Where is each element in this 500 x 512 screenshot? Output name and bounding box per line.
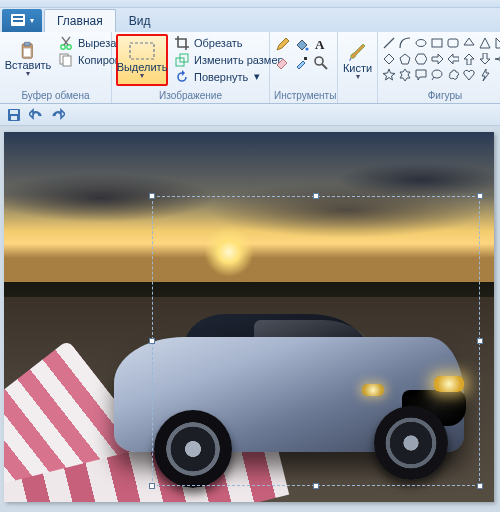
- canvas-area: [0, 126, 500, 512]
- shapes-gallery[interactable]: [382, 34, 500, 82]
- save-icon[interactable]: [6, 107, 22, 123]
- svg-point-13: [305, 47, 308, 50]
- svg-rect-5: [24, 48, 31, 57]
- brush-icon: [347, 40, 369, 62]
- shape-star4-icon[interactable]: [494, 52, 500, 66]
- chevron-down-icon: ▾: [254, 70, 260, 83]
- shape-polygon-icon[interactable]: [462, 36, 476, 50]
- shape-star5-icon[interactable]: [382, 68, 396, 82]
- crop-icon: [174, 35, 190, 51]
- svg-rect-18: [432, 39, 442, 47]
- shape-callout-cloud-icon[interactable]: [446, 68, 460, 82]
- svg-marker-30: [482, 69, 489, 81]
- svg-point-17: [416, 40, 426, 47]
- selection-handle[interactable]: [313, 483, 319, 489]
- select-button[interactable]: Выделить ▾: [116, 34, 168, 86]
- shape-star6-icon[interactable]: [398, 68, 412, 82]
- tab-view[interactable]: Вид: [116, 9, 164, 32]
- shape-pentagon-icon[interactable]: [398, 52, 412, 66]
- svg-rect-4: [24, 42, 30, 46]
- selection-handle[interactable]: [149, 193, 155, 199]
- shape-rect-icon[interactable]: [430, 36, 444, 50]
- svg-point-16: [315, 57, 323, 65]
- svg-rect-32: [10, 110, 18, 114]
- group-label-image: Изображение: [116, 89, 265, 103]
- canvas[interactable]: [4, 132, 494, 502]
- fill-icon[interactable]: [293, 36, 309, 52]
- shape-heart-icon[interactable]: [462, 68, 476, 82]
- shape-curve-icon[interactable]: [398, 36, 412, 50]
- svg-point-6: [61, 44, 65, 48]
- shape-callout-rect-icon[interactable]: [414, 68, 428, 82]
- chevron-down-icon: ▾: [140, 71, 144, 80]
- chevron-down-icon: ▾: [30, 16, 34, 25]
- svg-point-29: [432, 70, 442, 78]
- svg-marker-25: [415, 54, 427, 64]
- tab-home[interactable]: Главная: [44, 9, 116, 32]
- rotate-button[interactable]: Повернуть ▾: [172, 68, 286, 85]
- shape-arrowD-icon[interactable]: [478, 52, 492, 66]
- selection-handle[interactable]: [477, 193, 483, 199]
- svg-marker-21: [480, 38, 490, 48]
- magnifier-icon[interactable]: [312, 54, 328, 70]
- brushes-button[interactable]: Кисти ▾: [342, 34, 373, 86]
- crop-label: Обрезать: [194, 37, 243, 49]
- undo-icon[interactable]: [28, 107, 44, 123]
- shape-arrowR-icon[interactable]: [430, 52, 444, 66]
- paste-icon: [20, 43, 36, 59]
- resize-icon: [174, 52, 190, 68]
- svg-marker-26: [495, 53, 500, 65]
- eraser-icon[interactable]: [274, 54, 290, 70]
- resize-button[interactable]: Изменить размер: [172, 51, 286, 68]
- group-label-shapes: Фигуры: [382, 89, 500, 103]
- svg-marker-20: [464, 38, 474, 45]
- svg-text:A: A: [315, 37, 325, 52]
- group-image: Выделить ▾ Обрезать Изменить размер: [112, 32, 270, 103]
- shape-diamond-icon[interactable]: [382, 52, 396, 66]
- svg-rect-15: [304, 57, 307, 60]
- shape-arrowL-icon[interactable]: [446, 52, 460, 66]
- shape-arrowU-icon[interactable]: [462, 52, 476, 66]
- file-icon: [10, 12, 26, 28]
- svg-rect-33: [11, 116, 17, 120]
- selection-marquee[interactable]: [152, 196, 480, 486]
- paste-button[interactable]: Вставить ▾: [4, 34, 52, 86]
- svg-marker-23: [384, 54, 394, 64]
- svg-rect-19: [448, 39, 458, 47]
- select-icon: [129, 41, 155, 61]
- copy-icon: [58, 52, 74, 68]
- svg-marker-22: [496, 38, 500, 48]
- group-shapes: Фигуры: [378, 32, 500, 103]
- selection-handle[interactable]: [313, 193, 319, 199]
- selection-handle[interactable]: [149, 483, 155, 489]
- redo-icon[interactable]: [50, 107, 66, 123]
- pencil-icon[interactable]: [274, 36, 290, 52]
- shape-lightning-icon[interactable]: [478, 68, 492, 82]
- picker-icon[interactable]: [293, 54, 309, 70]
- selection-handle[interactable]: [149, 338, 155, 344]
- shape-callout-oval-icon[interactable]: [430, 68, 444, 82]
- group-label-brushes: [342, 89, 373, 103]
- selection-handle[interactable]: [477, 483, 483, 489]
- shape-hexagon-icon[interactable]: [414, 52, 428, 66]
- crop-button[interactable]: Обрезать: [172, 34, 286, 51]
- chevron-down-icon: ▾: [356, 72, 360, 81]
- shape-oval-icon[interactable]: [414, 36, 428, 50]
- shape-tri-icon[interactable]: [478, 36, 492, 50]
- ribbon-tabs: ▾ Главная Вид: [0, 8, 500, 32]
- rotate-icon: [174, 69, 190, 85]
- svg-rect-1: [13, 16, 23, 18]
- selection-handle[interactable]: [477, 338, 483, 344]
- group-label-clipboard: Буфер обмена: [4, 89, 107, 103]
- text-icon[interactable]: A: [312, 36, 328, 52]
- rotate-label: Повернуть: [194, 71, 248, 83]
- file-menu-tab[interactable]: ▾: [2, 9, 42, 32]
- shape-righttri-icon[interactable]: [494, 36, 500, 50]
- quick-access-toolbar: [0, 104, 500, 126]
- svg-rect-10: [130, 43, 154, 59]
- ribbon: Вставить ▾ Вырезать Копировать Буфер: [0, 32, 500, 104]
- shape-roundrect-icon[interactable]: [446, 36, 460, 50]
- group-tools: A Инструменты: [270, 32, 338, 103]
- svg-rect-9: [63, 56, 71, 66]
- shape-line-icon[interactable]: [382, 36, 396, 50]
